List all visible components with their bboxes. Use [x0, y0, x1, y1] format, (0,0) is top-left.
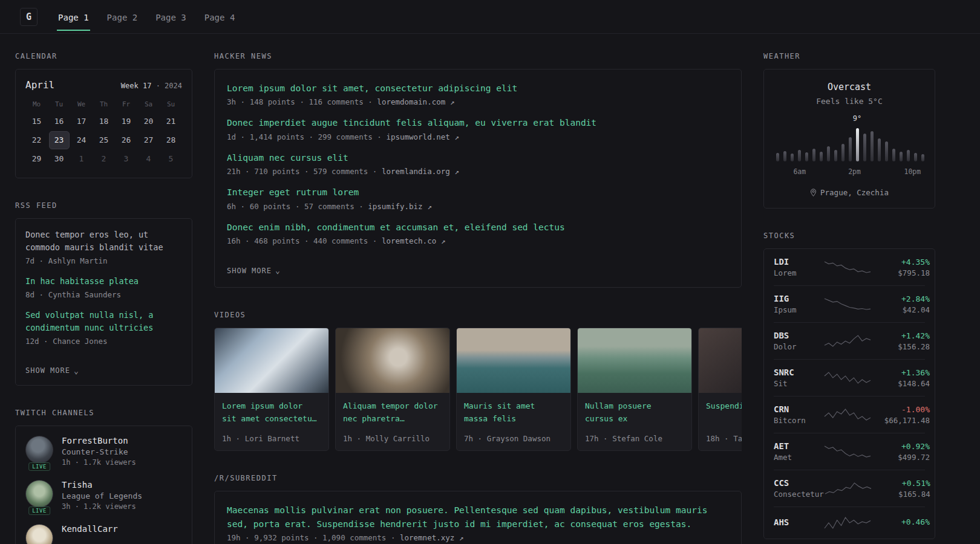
video-title-link[interactable]: Mauris sit amet massa felis — [464, 400, 563, 426]
hn-item-link[interactable]: Aliquam nec cursus elit — [227, 151, 729, 164]
stock-row[interactable]: AETAmet +0.92%$499.72 — [774, 433, 925, 470]
subreddit-domain-text: loremnet.xyz — [400, 533, 454, 542]
stock-name: Bitcorn — [774, 416, 823, 425]
hn-domain-text: ipsumworld.net — [386, 132, 449, 141]
day-name: We — [70, 97, 93, 112]
hn-item-meta: 6h · 60 points · 57 comments · ipsumify.… — [227, 202, 729, 211]
calendar-day: 28 — [160, 131, 182, 149]
hn-domain-link[interactable]: loremtech.co ↗ — [382, 236, 445, 245]
show-more-label: SHOW MORE — [25, 366, 70, 375]
show-more-label: SHOW MORE — [227, 267, 272, 275]
subreddit-item-link[interactable]: Maecenas mollis pulvinar erat non posuer… — [227, 504, 729, 531]
video-thumbnail[interactable] — [215, 328, 328, 393]
video-title-link[interactable]: Nullam posuere cursus ex — [585, 400, 684, 426]
rss-show-more-button[interactable]: SHOW MORE ⌄ — [25, 366, 79, 375]
rss-item-link[interactable]: Donec tempor eros leo, ut commodo mauris… — [25, 228, 182, 254]
channel-name[interactable]: ForrestBurton — [62, 436, 136, 445]
calendar-day: 20 — [137, 112, 160, 131]
calendar-day: 24 — [70, 131, 93, 149]
rss-widget: RSS FEED Donec tempor eros leo, ut commo… — [15, 201, 192, 386]
stock-symbol: DBS — [774, 331, 823, 340]
video-card[interactable]: Lorem ipsum dolor sit amet consectetu… 1… — [214, 328, 329, 451]
video-thumbnail[interactable] — [578, 328, 691, 393]
hn-item-meta: 3h · 148 points · 116 comments · loremdo… — [227, 97, 729, 106]
avatar[interactable] — [25, 436, 53, 464]
live-badge: LIVE — [28, 462, 50, 471]
stock-row[interactable]: LDILorem +4.35%$795.18 — [774, 249, 925, 285]
subreddit-meta-text: 19h · 9,932 points · 1,090 comments · — [227, 533, 400, 542]
hn-domain-link[interactable]: loremdomain.com ↗ — [377, 97, 454, 106]
hn-item-link[interactable]: Donec enim nibh, condimentum et accumsan… — [227, 221, 729, 234]
hn-item-link[interactable]: Integer eget rutrum lorem — [227, 186, 729, 199]
app-logo[interactable]: G — [20, 8, 38, 26]
video-meta: 1h · Molly Carrillo — [343, 428, 442, 443]
video-card[interactable]: Nullam posuere cursus ex 17h · Stefan Co… — [577, 328, 692, 451]
video-meta: 17h · Stefan Cole — [585, 428, 684, 443]
weather-hour-bar — [834, 150, 837, 161]
stock-row[interactable]: AHS +0.46% — [774, 507, 925, 539]
rss-title: RSS FEED — [15, 201, 192, 210]
hn-item: Donec imperdiet augue tincidunt felis al… — [227, 116, 729, 141]
video-thumbnail[interactable] — [336, 328, 449, 393]
video-title-link[interactable]: Aliquam tempor dolor nec pharetra… — [343, 400, 442, 426]
avatar[interactable] — [25, 480, 53, 508]
stock-price: $156.28 — [872, 342, 930, 351]
stock-row[interactable]: IIGIpsum +2.84%$42.04 — [774, 285, 925, 322]
video-thumbnail[interactable] — [457, 328, 570, 393]
tab-page-1[interactable]: Page 1 — [57, 3, 90, 31]
weather-hour-bar — [841, 144, 844, 161]
day-name: Tu — [48, 97, 70, 112]
hn-show-more-button[interactable]: SHOW MORE ⌄ — [227, 266, 281, 275]
hn-domain-link[interactable]: ipsumworld.net ↗ — [386, 132, 459, 141]
weather-hour-bar — [907, 150, 910, 161]
subreddit-title: /R/SUBREDDIT — [214, 474, 742, 482]
video-card[interactable]: Suspendisse diam 18h · Tara — [698, 328, 742, 451]
video-card[interactable]: Mauris sit amet massa felis 7h · Grayson… — [456, 328, 571, 451]
tab-page-3[interactable]: Page 3 — [154, 3, 188, 31]
avatar[interactable] — [25, 524, 53, 544]
stock-row[interactable]: CRNBitcorn -1.00%$66,171.48 — [774, 396, 925, 433]
twitch-channel[interactable]: LIVE ForrestBurton Counter-Strike 1h · 1… — [25, 436, 182, 467]
hn-meta-text: 1d · 1,414 points · 299 comments · — [227, 132, 386, 141]
live-badge: LIVE — [28, 507, 50, 515]
twitch-channel[interactable]: LIVE KendallCarr — [25, 524, 182, 544]
rss-item-link[interactable]: In hac habitasse platea — [25, 275, 182, 288]
video-title-link[interactable]: Lorem ipsum dolor sit amet consectetu… — [222, 400, 321, 426]
rss-item-link[interactable]: Sed volutpat nulla nisl, a condimentum n… — [25, 309, 182, 334]
stock-name: Consectetur — [774, 490, 824, 499]
hn-meta-text: 16h · 468 points · 440 comments · — [227, 236, 382, 245]
day-name: Sa — [137, 97, 160, 112]
calendar-day: 29 — [25, 150, 48, 168]
weather-hour-bar — [863, 134, 866, 161]
hn-meta-text: 21h · 710 points · 579 comments · — [227, 167, 382, 176]
stock-symbol: AET — [774, 441, 823, 451]
stock-row[interactable]: SNRCSit +1.36%$148.64 — [774, 359, 925, 396]
channel-name[interactable]: KendallCarr — [62, 524, 118, 534]
calendar-week-info: Week 17 · 2024 — [121, 82, 182, 90]
stock-sparkline — [824, 481, 872, 496]
hn-domain-link[interactable]: ipsumify.biz ↗ — [368, 202, 431, 211]
channel-name[interactable]: Trisha — [62, 480, 142, 490]
calendar-day: 19 — [115, 112, 137, 131]
rss-item-meta: 8d · Cynthia Saunders — [25, 290, 182, 299]
twitch-channel[interactable]: LIVE Trisha League of Legends 3h · 1.2k … — [25, 480, 182, 511]
tab-page-4[interactable]: Page 4 — [203, 3, 237, 31]
hn-item-link[interactable]: Lorem ipsum dolor sit amet, consectetur … — [227, 82, 729, 95]
channel-meta: 3h · 1.2k viewers — [62, 502, 142, 511]
hn-item: Lorem ipsum dolor sit amet, consectetur … — [227, 82, 729, 106]
hn-meta-text: 3h · 148 points · 116 comments · — [227, 97, 377, 106]
hn-domain-text: loremtech.co — [382, 236, 436, 245]
hn-domain-link[interactable]: loremlandia.org ↗ — [382, 167, 459, 176]
subreddit-domain-link[interactable]: loremnet.xyz ↗ — [400, 533, 463, 542]
video-title-link[interactable]: Suspendisse diam — [706, 400, 742, 413]
video-card[interactable]: Aliquam tempor dolor nec pharetra… 1h · … — [335, 328, 450, 451]
weather-hour-bar — [871, 131, 874, 161]
video-thumbnail[interactable] — [699, 328, 742, 393]
time-label: 10pm — [904, 167, 921, 176]
calendar-month: April — [25, 79, 54, 91]
tab-page-2[interactable]: Page 2 — [106, 3, 139, 31]
stock-name: Amet — [774, 453, 823, 462]
stock-row[interactable]: DBSDolor +1.42%$156.28 — [774, 322, 925, 359]
hn-item-link[interactable]: Donec imperdiet augue tincidunt felis al… — [227, 116, 729, 129]
stock-row[interactable]: CCSConsectetur +0.51%$165.84 — [774, 470, 925, 507]
